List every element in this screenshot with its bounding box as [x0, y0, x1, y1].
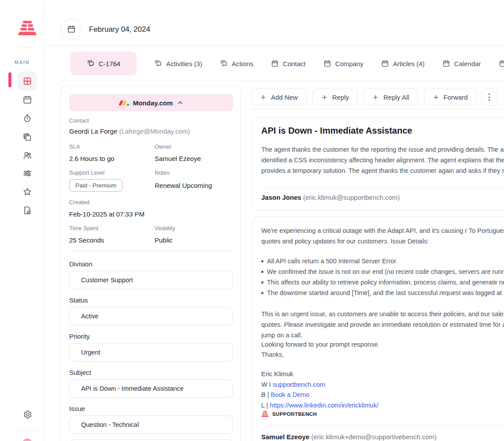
support-level-label: Support Level: [69, 169, 104, 176]
reply-all-button[interactable]: Reply All: [363, 89, 418, 105]
tab-activities[interactable]: Activities (3): [154, 60, 202, 67]
issue-label: Issue: [69, 405, 85, 412]
sla-value: 2.6 Hours to go: [69, 155, 115, 162]
subject-label: Subject: [69, 369, 91, 376]
sidebar-item-cases[interactable]: [22, 132, 32, 142]
sidebar-item-timers[interactable]: [22, 113, 32, 123]
priority-select[interactable]: Urgent: [69, 343, 233, 362]
supportbench-logo-small: [261, 411, 269, 417]
calendar-icon: [381, 60, 389, 67]
divider: [261, 187, 504, 188]
add-new-button[interactable]: Add New: [251, 89, 307, 105]
ticket-summary: The agent thanks the customer for the re…: [261, 144, 504, 176]
sidebar-section-label: MAIN: [0, 60, 44, 65]
tab-case-number[interactable]: C-1764: [70, 52, 137, 75]
sidebar-item-reports[interactable]: [22, 206, 32, 215]
tab-bar: C-1764 Activities (3) Actions Contact Co…: [60, 49, 504, 78]
time-spent-label: Time Spent: [69, 225, 98, 232]
users-icon: [22, 150, 32, 160]
visibility-value: Public: [155, 236, 173, 244]
sidebar-item-filters[interactable]: [22, 168, 32, 178]
calendar-icon: [22, 95, 32, 105]
signature-website: W I supportbench.com: [261, 380, 378, 390]
list-item: The downtime started around [Time], and …: [252, 288, 504, 298]
list-item: This affects our ability to retrieve pol…: [252, 277, 504, 288]
chat-icon: [154, 60, 162, 67]
tab-company[interactable]: Company: [323, 60, 363, 67]
sidebar-item-settings[interactable]: [22, 410, 32, 419]
divider: [261, 425, 504, 426]
website-link[interactable]: supportbench.com: [273, 381, 325, 388]
notes-label: Notes: [155, 169, 170, 176]
sliders-icon: [22, 168, 32, 178]
divider: [69, 250, 233, 251]
grid-icon: [22, 76, 32, 86]
more-options-button[interactable]: [482, 88, 497, 106]
message-author: Jason Jones (eric.klimuk@supportbench.co…: [261, 194, 400, 201]
date-picker-button[interactable]: [61, 19, 82, 40]
calendar-icon: [271, 60, 279, 67]
star-icon: [22, 187, 32, 197]
signature-linkedin: L | https://www.linkedin.com/in/ericklim…: [261, 400, 378, 411]
reply-button[interactable]: Reply: [312, 89, 358, 105]
subject-input[interactable]: API is Down - Immediate Assistance: [69, 379, 233, 398]
avatar[interactable]: [22, 438, 32, 441]
calendar-icon: [323, 60, 331, 67]
status-select[interactable]: Active: [69, 307, 233, 325]
signature-name: Eric Klimuk: [261, 369, 378, 380]
divider: [250, 109, 504, 109]
ticket-title: API is Down - Immediate Assistance: [261, 126, 412, 136]
plus-icon: [321, 94, 328, 101]
thread-actions: Add New Reply Reply All Forward: [251, 88, 497, 106]
tab-contact[interactable]: Contact: [271, 60, 306, 67]
sidebar-item-customers[interactable]: [22, 150, 32, 160]
email-signature: Eric Klimuk W I supportbench.com B | Boo…: [261, 369, 378, 411]
copy-icon: [22, 132, 32, 142]
created-label: Created: [69, 199, 89, 206]
company-selector[interactable]: Monday.com: [69, 94, 233, 111]
message-thanks: Thanks,: [261, 349, 284, 360]
next-field-input[interactable]: [69, 439, 233, 441]
active-nav-indicator: [8, 72, 11, 87]
message-intro: We're experiencing a critical outage wit…: [261, 225, 504, 247]
time-spent-value: 25 Seconds: [69, 236, 104, 244]
calendar-icon: [442, 60, 450, 67]
division-select[interactable]: Customer Support: [69, 271, 233, 289]
message-urgency: This is an urgent issue, as customers ar…: [261, 309, 504, 340]
file-cloud-icon: [22, 206, 32, 215]
issue-details-list: All API calls return a 500 Internal Serv…: [252, 256, 504, 298]
current-date: February 04, 2024: [89, 25, 150, 34]
owner-value: Samuel Ezeoye: [155, 155, 201, 162]
contact-value: Geordi La Forge (Laforge@Monday.com): [69, 127, 190, 135]
plus-icon: [433, 94, 439, 101]
tab-actions[interactable]: Actions: [220, 60, 253, 67]
sidebar-item-dashboard[interactable]: [18, 71, 37, 91]
email-message-card: We're experiencing a critical outage wit…: [252, 217, 504, 441]
plus-icon: [372, 94, 379, 101]
signature-demo: B | Book a Demo: [261, 390, 378, 400]
list-item: All API calls return a 500 Internal Serv…: [252, 256, 504, 266]
gear-icon: [22, 410, 32, 419]
message-author: Samuel Ezeoye (eric.klimuk+demo@supporti…: [261, 433, 437, 441]
issue-select[interactable]: Question - Technical: [69, 415, 233, 434]
message-closing: Looking forward to your prompt response.: [261, 339, 379, 350]
status-label: Status: [69, 296, 88, 304]
linkedin-link[interactable]: https://www.linkedin.com/in/ericklimuk/: [270, 402, 378, 409]
tab-calendar[interactable]: Calendar: [442, 60, 481, 67]
calendar-icon: [67, 25, 76, 34]
sidebar-item-favorites[interactable]: [22, 187, 32, 197]
forward-button[interactable]: Forward: [424, 89, 477, 105]
tab-discussions[interactable]: Discussions: [499, 60, 504, 67]
chat-icon: [87, 60, 95, 67]
priority-label: Priority: [69, 333, 90, 340]
notes-value: Renewal Upcoming: [155, 182, 212, 189]
divider: [60, 81, 504, 81]
sla-label: SLA: [69, 143, 80, 150]
calendar-icon: [499, 60, 504, 67]
monday-logo-icon: [119, 100, 129, 106]
plus-icon: [260, 94, 267, 101]
tab-articles[interactable]: Articles (4): [381, 60, 425, 67]
sidebar-item-calendar[interactable]: [22, 95, 32, 105]
ticket-details-panel: Monday.com Contact Geordi La Forge (Lafo…: [60, 86, 241, 441]
book-demo-link[interactable]: Book a Demo: [271, 391, 310, 398]
